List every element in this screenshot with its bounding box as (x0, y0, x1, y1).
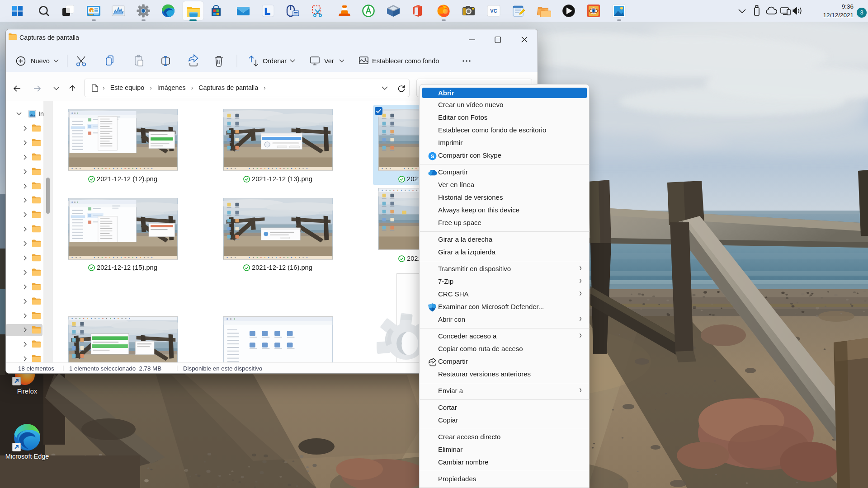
svg-text:Ordenar: Ordenar (263, 57, 287, 65)
svg-text:S: S (431, 154, 434, 159)
svg-text:Nuevo: Nuevo (31, 57, 50, 65)
svg-text:Establecer como fondo: Establecer como fondo (372, 57, 439, 65)
svg-text:Ver: Ver (324, 57, 334, 65)
svg-text:VC: VC (490, 8, 497, 14)
svg-text:In: In (38, 110, 44, 117)
